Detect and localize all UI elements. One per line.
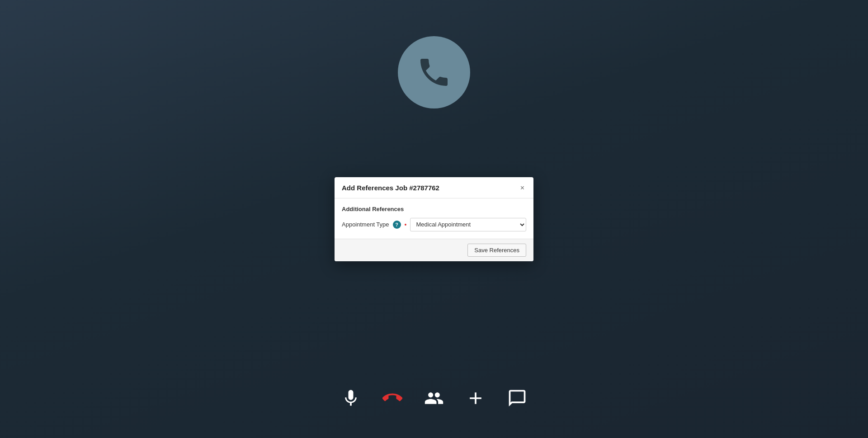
help-icon[interactable]: ? <box>393 221 401 229</box>
modal-title: Add References Job #2787762 <box>342 184 439 192</box>
modal-overlay: Add References Job #2787762 × Additional… <box>0 0 868 438</box>
modal-header: Add References Job #2787762 × <box>335 177 533 198</box>
save-references-button[interactable]: Save References <box>467 244 526 257</box>
additional-references-label: Additional References <box>342 206 526 212</box>
required-indicator: • <box>405 221 407 228</box>
appointment-type-row: Appointment Type ? • Medical Appointment… <box>342 218 526 231</box>
appointment-type-label: Appointment Type <box>342 221 389 228</box>
add-references-modal: Add References Job #2787762 × Additional… <box>335 177 533 261</box>
modal-close-button[interactable]: × <box>519 184 526 193</box>
appointment-type-select[interactable]: Medical Appointment Dental Appointment V… <box>410 218 526 231</box>
modal-footer: Save References <box>335 239 533 261</box>
modal-body: Additional References Appointment Type ?… <box>335 198 533 239</box>
